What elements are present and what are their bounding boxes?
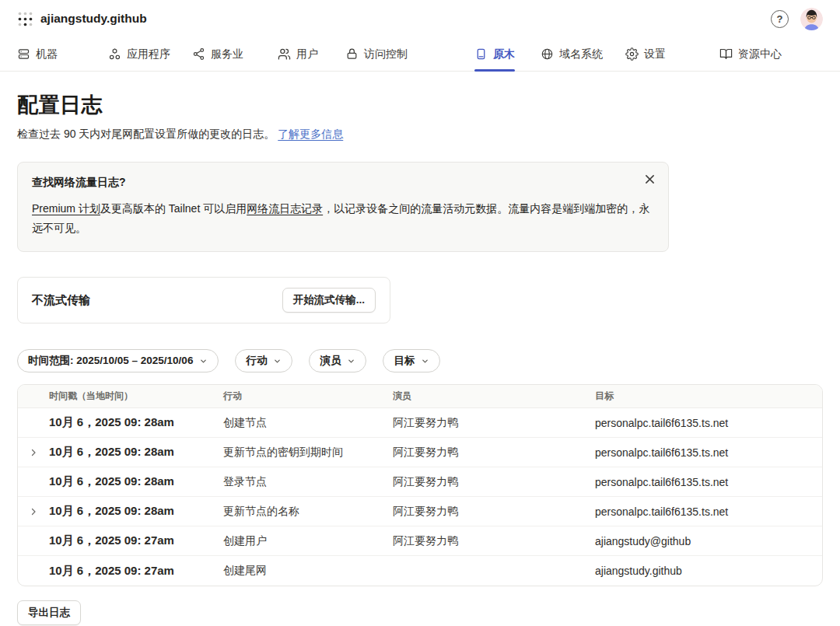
- nav-label: 域名系统: [559, 47, 603, 61]
- server-icon: [17, 47, 30, 61]
- main-nav: 机器 应用程序 服务业 用户 访问控制 原木: [0, 37, 840, 72]
- cell-timestamp: 10月 6，2025 09: 27am: [49, 564, 223, 579]
- nav-item-dns[interactable]: 域名系统: [541, 37, 603, 71]
- nav-label: 机器: [36, 47, 58, 61]
- col-target: 目标: [595, 390, 822, 403]
- chevron-down-icon: [273, 357, 282, 365]
- cell-timestamp: 10月 6，2025 09: 27am: [49, 533, 223, 548]
- page-title: 配置日志: [17, 91, 823, 119]
- subtitle-text: 检查过去 90 天内对尾网配置设置所做的更改的日志。: [17, 128, 275, 140]
- close-icon[interactable]: [645, 174, 655, 184]
- org-name: ajiangstudy.github: [40, 12, 147, 26]
- filter-bar: 时间范围: 2025/10/05 – 2025/10/06 行动 演员 目标: [17, 349, 823, 372]
- cell-target: personalpc.tail6f6135.ts.net: [595, 446, 822, 459]
- nav-label: 原木: [493, 47, 515, 61]
- cell-target: ajiangstudy@github: [595, 535, 822, 547]
- nav-item-access-controls[interactable]: 访问控制: [345, 37, 408, 71]
- start-streaming-button[interactable]: 开始流式传输...: [282, 288, 376, 313]
- table-row[interactable]: 10月 6，2025 09: 28am 登录节点 阿江要努力鸭 personal…: [18, 467, 822, 497]
- cell-action: 创建用户: [223, 534, 393, 548]
- date-range-filter[interactable]: 时间范围: 2025/10/05 – 2025/10/06: [17, 349, 219, 372]
- cell-actor: 阿江要努力鸭: [393, 534, 595, 548]
- nav-item-settings[interactable]: 设置: [625, 37, 666, 71]
- nav-label: 服务业: [211, 47, 243, 61]
- target-filter-label: 目标: [394, 354, 415, 368]
- table-row[interactable]: 10月 6，2025 09: 27am 创建尾网 ajiangstudy.git…: [18, 556, 822, 586]
- nav-item-users[interactable]: 用户: [278, 37, 318, 71]
- export-logs-button[interactable]: 导出日志: [17, 600, 81, 625]
- premium-plan-link[interactable]: Premium 计划: [32, 202, 100, 215]
- main-content: 配置日志 检查过去 90 天内对尾网配置设置所做的更改的日志。 了解更多信息 查…: [0, 91, 840, 625]
- cell-timestamp: 10月 6，2025 09: 28am: [49, 504, 223, 519]
- nav-item-resource-center[interactable]: 资源中心: [719, 37, 782, 71]
- learn-more-link[interactable]: 了解更多信息: [278, 128, 343, 140]
- help-icon[interactable]: ?: [771, 10, 789, 28]
- cell-target: personalpc.tail6f6135.ts.net: [595, 417, 822, 429]
- log-streaming-card: 不流式传输 开始流式传输...: [17, 277, 390, 323]
- users-icon: [278, 47, 291, 61]
- config-log-table: 时间戳（当地时间） 行动 演员 目标 10月 6，2025 09: 28am 创…: [17, 384, 823, 586]
- col-action: 行动: [223, 390, 393, 403]
- chevron-down-icon: [199, 357, 208, 365]
- dot-grid-logo-icon: [17, 11, 33, 27]
- table-row[interactable]: 10月 6，2025 09: 28am 更新节点的密钥到期时间 阿江要努力鸭 p…: [18, 438, 822, 467]
- nav-label: 用户: [296, 47, 318, 61]
- nav-item-machines[interactable]: 机器: [17, 37, 58, 71]
- cell-timestamp: 10月 6，2025 09: 28am: [49, 445, 223, 460]
- table-row[interactable]: 10月 6，2025 09: 28am 创建节点 阿江要努力鸭 personal…: [18, 408, 822, 438]
- banner-body: Premium 计划及更高版本的 Tailnet 可以启用网络流日志记录，以记录…: [32, 199, 650, 238]
- cell-action: 更新节点的名称: [223, 505, 393, 519]
- lock-icon: [345, 47, 359, 61]
- cell-actor: 阿江要努力鸭: [393, 416, 595, 430]
- chevron-down-icon: [421, 357, 429, 365]
- cell-action: 更新节点的密钥到期时间: [223, 446, 393, 460]
- nav-label: 资源中心: [738, 47, 782, 61]
- nav-label: 访问控制: [364, 47, 408, 61]
- log-book-icon: [474, 47, 488, 61]
- nav-label: 设置: [644, 47, 666, 61]
- cell-actor: 阿江要努力鸭: [393, 505, 595, 519]
- network-flow-banner: 查找网络流量日志? Premium 计划及更高版本的 Tailnet 可以启用网…: [17, 162, 669, 252]
- banner-text-1: 及更高版本的 Tailnet 可以启用: [100, 202, 247, 215]
- nav-item-logs[interactable]: 原木: [474, 37, 515, 71]
- brand: ajiangstudy.github: [17, 11, 147, 27]
- actor-filter[interactable]: 演员: [309, 349, 366, 372]
- cell-actor: 阿江要努力鸭: [393, 446, 595, 460]
- cell-timestamp: 10月 6，2025 09: 28am: [49, 415, 223, 430]
- nav-item-services[interactable]: 服务业: [192, 37, 243, 71]
- cell-target: personalpc.tail6f6135.ts.net: [595, 476, 822, 488]
- open-book-icon: [719, 47, 733, 61]
- action-filter[interactable]: 行动: [235, 349, 292, 372]
- page-subtitle: 检查过去 90 天内对尾网配置设置所做的更改的日志。 了解更多信息: [17, 128, 823, 142]
- cell-timestamp: 10月 6，2025 09: 28am: [49, 474, 223, 489]
- cell-target: ajiangstudy.github: [595, 565, 822, 577]
- share-nodes-icon: [192, 47, 205, 61]
- col-actor: 演员: [393, 390, 595, 403]
- chevron-down-icon: [347, 357, 355, 365]
- target-filter[interactable]: 目标: [383, 349, 440, 372]
- streaming-status: 不流式传输: [32, 293, 90, 308]
- cell-action: 创建尾网: [223, 564, 393, 578]
- globe-icon: [541, 47, 554, 61]
- cell-target: personalpc.tail6f6135.ts.net: [595, 505, 822, 518]
- cell-action: 登录节点: [223, 475, 393, 489]
- table-row[interactable]: 10月 6，2025 09: 27am 创建用户 阿江要努力鸭 ajiangst…: [18, 526, 822, 556]
- cell-action: 创建节点: [223, 416, 393, 430]
- chevron-right-icon[interactable]: [29, 448, 38, 457]
- table-header: 时间戳（当地时间） 行动 演员 目标: [18, 385, 822, 408]
- network-flow-logs-link[interactable]: 网络流日志记录: [247, 202, 323, 215]
- cell-actor: 阿江要努力鸭: [393, 475, 595, 489]
- chevron-right-icon[interactable]: [29, 507, 38, 516]
- top-bar: ajiangstudy.github ?: [0, 0, 840, 37]
- gear-icon: [625, 47, 639, 61]
- nav-item-apps[interactable]: 应用程序: [108, 37, 170, 71]
- actor-filter-label: 演员: [320, 354, 341, 368]
- col-timestamp: 时间戳（当地时间）: [49, 390, 223, 403]
- apps-icon: [108, 47, 121, 61]
- table-row[interactable]: 10月 6，2025 09: 28am 更新节点的名称 阿江要努力鸭 perso…: [18, 497, 822, 526]
- date-range-label: 时间范围: 2025/10/05 – 2025/10/06: [28, 354, 193, 368]
- action-filter-label: 行动: [246, 354, 267, 368]
- nav-label: 应用程序: [127, 47, 170, 61]
- banner-title: 查找网络流量日志?: [32, 176, 654, 190]
- avatar[interactable]: [800, 8, 823, 30]
